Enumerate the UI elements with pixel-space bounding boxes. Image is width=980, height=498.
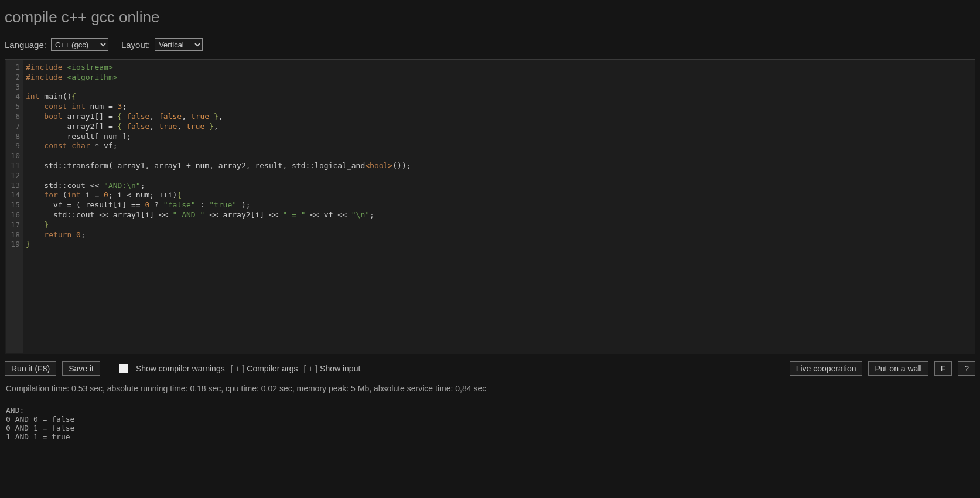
status-line: Compilation time: 0.53 sec, absolute run… [0, 378, 980, 395]
toolbar: Run it (F8) Save it Show compiler warnin… [0, 354, 980, 378]
editor-gutter: 12345678910111213141516171819 [6, 60, 23, 353]
run-button[interactable]: Run it (F8) [5, 361, 56, 376]
language-select[interactable]: C++ (gcc) [51, 38, 108, 51]
save-button[interactable]: Save it [62, 361, 100, 376]
layout-label: Layout: [121, 40, 150, 50]
plus-icon: [ + ] [231, 364, 245, 373]
fullscreen-button[interactable]: F [934, 361, 952, 376]
show-input-expander[interactable]: [ + ] Show input [303, 364, 360, 373]
compiler-args-expander[interactable]: [ + ] Compiler args [231, 364, 298, 373]
layout-select[interactable]: Vertical [155, 38, 203, 51]
language-label: Language: [5, 40, 46, 50]
put-on-wall-button[interactable]: Put on a wall [868, 361, 928, 376]
code-editor[interactable]: 12345678910111213141516171819 #include <… [5, 59, 975, 354]
editor-code-area[interactable]: #include <iostream>#include <algorithm> … [23, 60, 974, 353]
program-output: AND: 0 AND 0 = false 0 AND 1 = false 1 A… [0, 395, 980, 447]
page-title: compile c++ gcc online [0, 0, 980, 31]
controls-row: Language: C++ (gcc) Layout: Vertical [0, 31, 980, 59]
help-button[interactable]: ? [958, 361, 975, 376]
show-warnings-checkbox[interactable] [119, 364, 128, 373]
live-cooperation-button[interactable]: Live cooperation [790, 361, 863, 376]
show-warnings-label[interactable]: Show compiler warnings [136, 364, 225, 373]
plus-icon: [ + ] [303, 364, 317, 373]
